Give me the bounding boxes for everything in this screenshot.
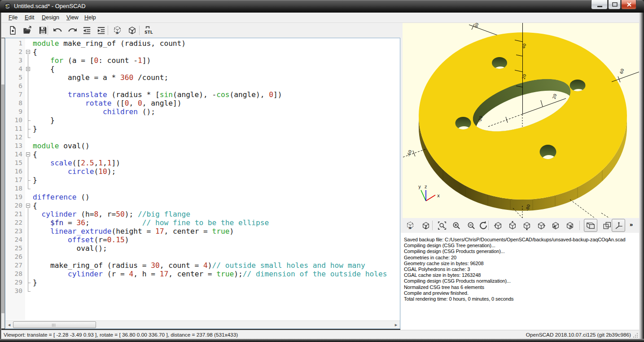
code-line: linear_extrude(height = 17, center = tru…	[33, 227, 234, 235]
console-output[interactable]: Saved backup file: C:/Users/ChrisP/Docum…	[401, 233, 639, 330]
new-icon	[8, 25, 18, 36]
redo-button[interactable]	[66, 24, 79, 37]
view-top-button[interactable]	[506, 219, 519, 232]
render-icon	[127, 25, 137, 36]
line-number: 14	[5, 150, 22, 159]
menu-help[interactable]: Help	[80, 13, 100, 22]
menu-design[interactable]: Design	[38, 13, 63, 22]
fold-marker[interactable]	[26, 152, 30, 156]
code-line: $fn = 36; // how fine to be the ellipse	[33, 218, 269, 227]
maximize-icon	[609, 0, 620, 9]
line-number: 13	[5, 142, 22, 150]
console-line: Compiling design (CSG Products generatio…	[404, 249, 505, 254]
line-number: 28	[5, 270, 22, 278]
perspective-button[interactable]	[584, 219, 597, 232]
code-line: }	[33, 124, 37, 133]
undo-icon	[53, 25, 63, 36]
toolbar-separator	[432, 221, 433, 230]
line-number: 18	[5, 184, 22, 193]
indent-icon	[96, 25, 106, 36]
svg-text:»: »	[408, 224, 412, 230]
title-bar[interactable]: Untitled.scad* - OpenSCAD	[0, 0, 644, 13]
preview-button[interactable]: »	[403, 219, 417, 232]
code-area[interactable]: module make_ring_of (radius, count){ for…	[32, 38, 391, 320]
line-number: 16	[5, 167, 22, 176]
line-number: 6	[5, 82, 22, 90]
new-button[interactable]	[6, 24, 19, 37]
menu-file[interactable]: File	[4, 13, 22, 22]
svg-text:z: z	[425, 184, 427, 189]
code-line: module oval()	[33, 142, 90, 150]
scroll-right-arrow[interactable]: ►	[392, 321, 400, 329]
toolbar-overflow-button[interactable]: »	[630, 221, 633, 228]
resize-grip[interactable]	[633, 333, 638, 338]
close-button[interactable]	[621, 0, 636, 9]
minimize-icon	[591, 0, 607, 9]
line-number: 3	[5, 56, 22, 65]
scroll-left-arrow[interactable]: ◄	[5, 321, 13, 329]
editor-toolbar: »STL	[1, 23, 401, 38]
window-title: Untitled.scad* - OpenSCAD	[14, 3, 86, 9]
orthogonal-icon	[602, 221, 612, 231]
code-fold-column[interactable]	[25, 38, 32, 320]
view-left-button[interactable]	[534, 219, 548, 232]
show-axes-button[interactable]	[612, 219, 625, 232]
svg-text:y: y	[418, 184, 421, 189]
menu-edit[interactable]: Edit	[21, 13, 39, 22]
line-number: 2	[5, 48, 22, 56]
view-back-icon	[565, 221, 575, 231]
render-button[interactable]	[125, 24, 139, 37]
view-front-button[interactable]	[549, 219, 562, 232]
window-border-right	[639, 13, 644, 342]
fold-guide-stub	[28, 129, 31, 129]
console-line: Compiling design (CSG Tree generation)..…	[404, 243, 495, 249]
close-icon	[622, 0, 636, 9]
line-number: 4	[5, 65, 22, 73]
code-line: difference ()	[33, 193, 90, 201]
line-number: 27	[5, 261, 22, 270]
code-line: {	[33, 48, 37, 56]
console-line: Compile and preview finished.	[404, 290, 469, 296]
window-border-bottom	[0, 339, 644, 342]
minimize-button[interactable]	[591, 0, 608, 9]
code-line: }	[33, 278, 37, 287]
export-stl-button[interactable]: STL	[141, 24, 154, 37]
view-toolbar: »»	[401, 218, 639, 233]
render-button[interactable]	[419, 219, 433, 232]
toolbar-separator	[139, 26, 140, 35]
zoom-out-button[interactable]	[464, 219, 478, 232]
indent-button[interactable]	[94, 24, 108, 37]
menu-view[interactable]: View	[62, 13, 83, 22]
editor-horizontal-scrollbar[interactable]: ◄ ►	[5, 320, 400, 329]
code-line: cylinder (r = 4, h = 17, center = true);…	[33, 270, 387, 278]
view-bottom-button[interactable]	[520, 219, 534, 232]
zoom-in-icon	[451, 221, 461, 231]
editor-vertical-scrollbar[interactable]	[1, 38, 5, 329]
unindent-button[interactable]	[80, 24, 93, 37]
line-number: 10	[5, 116, 22, 124]
zoom-in-button[interactable]	[450, 219, 463, 232]
open-button[interactable]	[21, 24, 34, 37]
show-axes-icon	[613, 221, 623, 231]
view-back-button[interactable]	[563, 219, 577, 232]
code-line: make_ring_of (radius = 30, count = 4)// …	[33, 261, 365, 270]
line-number: 11	[5, 124, 22, 133]
version-status-text: OpenSCAD 2018.10.07.ci125 (git 2b39c986)	[526, 332, 631, 338]
undo-button[interactable]	[51, 24, 64, 37]
3d-viewport[interactable]: 80402020-2060-60-80 xyz	[403, 23, 639, 218]
line-number: 7	[5, 90, 22, 99]
line-number: 23	[5, 227, 22, 235]
zoom-all-button[interactable]	[435, 219, 449, 232]
zoom-out-icon	[466, 221, 476, 231]
code-editor[interactable]: 1234567891011121314151617181920212223242…	[5, 38, 400, 329]
toolbar-separator	[579, 221, 580, 230]
preview-button[interactable]: »	[110, 24, 124, 37]
fold-marker[interactable]	[26, 204, 30, 208]
maximize-button[interactable]	[608, 0, 621, 9]
fold-guide-stub	[28, 120, 31, 121]
view-right-button[interactable]	[491, 219, 505, 232]
fold-marker[interactable]	[26, 50, 30, 54]
reset-view-icon	[478, 221, 488, 231]
line-number: 30	[5, 287, 22, 295]
code-line: module make_ring_of (radius, count)	[33, 39, 186, 48]
